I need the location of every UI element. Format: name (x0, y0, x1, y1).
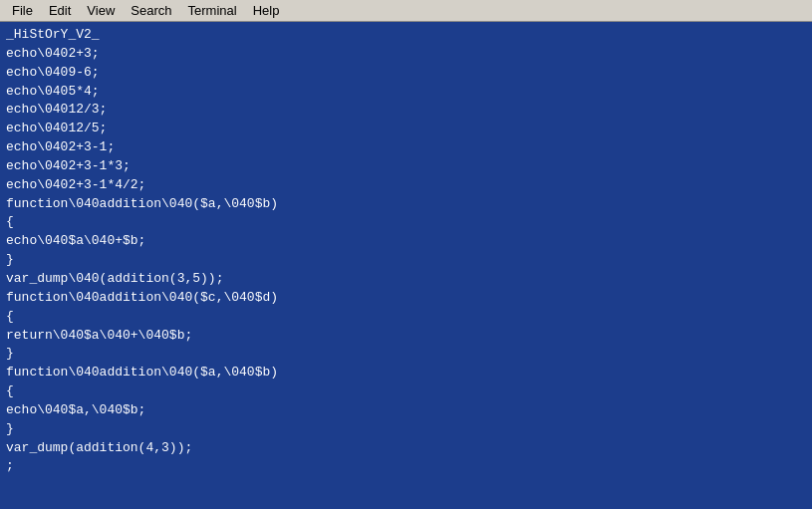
terminal-line: echo\0402+3-1; (6, 138, 806, 157)
terminal-window[interactable]: _HiStOrY_V2_echo\0402+3;echo\0409-6;echo… (0, 22, 812, 509)
terminal-line: echo\0402+3; (6, 45, 806, 64)
terminal-line: { (6, 382, 806, 401)
terminal-line: { (6, 213, 806, 232)
terminal-line: { (6, 308, 806, 327)
terminal-line: return\040$a\040+\040$b; (6, 327, 806, 346)
terminal-line: echo\0402+3-1*4/2; (6, 176, 806, 195)
terminal-line: function\040addition\040($c,\040$d) (6, 289, 806, 308)
terminal-line: echo\040$a,\040$b; (6, 401, 806, 420)
menu-item-help[interactable]: Help (245, 1, 288, 20)
terminal-line: echo\0402+3-1*3; (6, 157, 806, 176)
terminal-line: var_dump(addition(4,3)); (6, 439, 806, 458)
menu-item-terminal[interactable]: Terminal (180, 1, 245, 20)
terminal-line: echo\04012/3; (6, 101, 806, 120)
terminal-line: _HiStOrY_V2_ (6, 26, 806, 45)
terminal-line: echo\0405*4; (6, 83, 806, 102)
terminal-line: } (6, 420, 806, 439)
terminal-line: echo\040$a\040+$b; (6, 232, 806, 251)
menu-item-file[interactable]: File (4, 1, 41, 20)
terminal-line: echo\0409-6; (6, 64, 806, 83)
terminal-line: } (6, 251, 806, 270)
terminal-line: ; (6, 457, 806, 476)
menu-item-view[interactable]: View (79, 1, 123, 20)
terminal-line: var_dump\040(addition(3,5)); (6, 270, 806, 289)
terminal-line: } (6, 345, 806, 364)
menu-item-edit[interactable]: Edit (41, 1, 79, 20)
menu-item-search[interactable]: Search (123, 1, 179, 20)
terminal-line: echo\04012/5; (6, 120, 806, 138)
terminal-line: function\040addition\040($a,\040$b) (6, 364, 806, 382)
terminal-line: function\040addition\040($a,\040$b) (6, 195, 806, 214)
menu-bar: FileEditViewSearchTerminalHelp (0, 0, 812, 22)
